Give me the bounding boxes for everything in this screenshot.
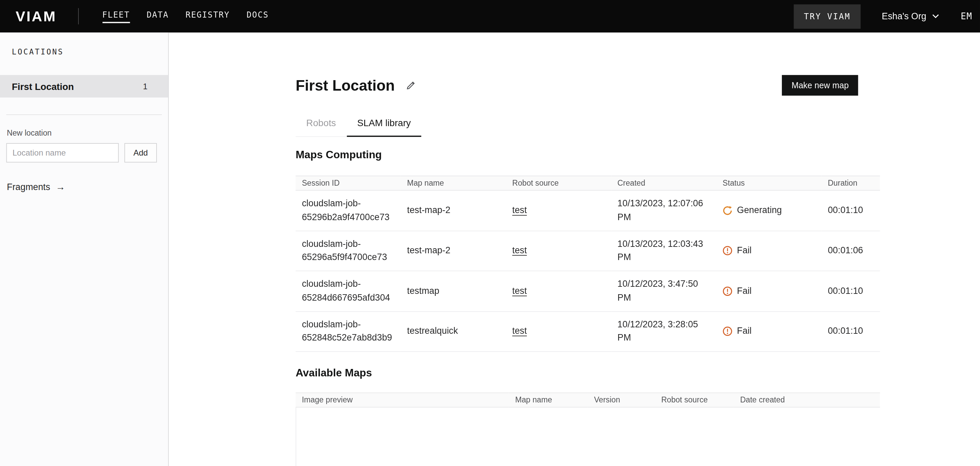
fail-icon [723,326,733,337]
fragments-label: Fragments [7,181,50,192]
nav-fleet[interactable]: FLEET [102,10,130,23]
fail-icon [723,286,733,296]
created-cell: 10/12/2023, 3:47:50 PM [611,271,716,311]
make-new-map-button[interactable]: Make new map [782,75,858,96]
table-header-row: Image preview Map name Version Robot sou… [296,393,880,407]
chevron-down-icon [932,14,939,19]
new-location-label: New location [7,129,168,138]
topbar-divider [78,8,78,24]
column-header-session-id: Session ID [296,176,401,190]
table-row: cloudslam-job-652848c52e7ab8d3b9 testrea… [296,311,880,351]
session-id-cell: cloudslam-job-652848c52e7ab8d3b9 [296,311,401,351]
robot-source-link[interactable]: test [512,285,527,296]
available-maps-empty [296,407,880,466]
app-window: VIAM FLEET DATA REGISTRY DOCS TRY VIAM E… [0,0,980,466]
column-header-duration: Duration [821,176,880,190]
column-header-version: Version [588,393,655,407]
status-label: Fail [737,285,751,298]
table-row: cloudslam-job-65284d667695afd304 testmap… [296,271,880,311]
column-header-status: Status [716,176,821,190]
robot-source-link[interactable]: test [512,326,527,336]
created-cell: 10/12/2023, 3:28:05 PM [611,311,716,351]
column-header-robot-source: Robot source [506,176,611,190]
nav-data[interactable]: DATA [147,10,169,23]
new-location-form: Add [6,143,162,162]
primary-nav: FLEET DATA REGISTRY DOCS [102,10,269,23]
sidebar: LOCATIONS First Location 1 New location … [0,32,169,466]
status-label: Generating [737,204,782,217]
session-id-cell: cloudslam-job-65296b2a9f4700ce73 [296,190,401,231]
map-name-cell: testrealquick [401,311,506,351]
topbar-right-group: TRY VIAM Esha's Org EM [794,4,980,29]
robot-source-link[interactable]: test [512,205,527,215]
column-header-date-created: Date created [734,393,880,407]
table-row: cloudslam-job-65296a5f9f4700ce73 test-ma… [296,231,880,271]
tab-robots[interactable]: Robots [296,114,347,137]
duration-cell: 00:01:06 [821,231,880,271]
duration-cell: 00:01:10 [821,271,880,311]
nav-registry[interactable]: REGISTRY [186,10,230,23]
column-header-created: Created [611,176,716,190]
user-menu[interactable]: EM [961,11,972,21]
column-header-map-name: Map name [401,176,506,190]
available-maps-heading: Available Maps [296,366,880,380]
sidebar-divider [6,114,162,115]
created-cell: 10/13/2023, 12:07:06 PM [611,190,716,231]
tab-bar: Robots SLAM library [296,114,422,137]
column-header-map-name: Map name [509,393,588,407]
duration-cell: 00:01:10 [821,311,880,351]
duration-cell: 00:01:10 [821,190,880,231]
org-name: Esha's Org [882,11,927,21]
status-badge: Fail [723,244,815,258]
add-location-button[interactable]: Add [124,143,157,162]
sidebar-item-first-location[interactable]: First Location 1 [0,75,168,98]
location-name-input[interactable] [6,143,119,162]
arrow-right-icon: → [56,181,65,192]
nav-docs[interactable]: DOCS [247,10,269,23]
robot-source-link[interactable]: test [512,245,527,255]
table-row: cloudslam-job-65296b2a9f4700ce73 test-ma… [296,190,880,231]
session-id-cell: cloudslam-job-65296a5f9f4700ce73 [296,231,401,271]
column-header-image-preview: Image preview [296,393,509,407]
status-label: Fail [737,244,751,258]
viam-logo[interactable]: VIAM [16,8,56,25]
table-header-row: Session ID Map name Robot source Created… [296,176,880,190]
column-header-robot-source: Robot source [655,393,734,407]
status-badge: Fail [723,285,815,298]
fragments-link[interactable]: Fragments → [7,181,65,192]
locations-heading: LOCATIONS [0,32,168,56]
generating-icon [723,205,733,216]
map-name-cell: testmap [401,271,506,311]
edit-title-icon[interactable] [406,80,415,90]
tab-slam-library[interactable]: SLAM library [347,114,422,137]
status-badge: Fail [723,324,815,338]
map-name-cell: test-map-2 [401,190,506,231]
maps-computing-heading: Maps Computing [296,148,880,162]
session-id-cell: cloudslam-job-65284d667695afd304 [296,271,401,311]
map-name-cell: test-map-2 [401,231,506,271]
fail-icon [723,246,733,256]
main-content: First Location Make new map Robots SLAM … [169,32,980,466]
try-viam-button[interactable]: TRY VIAM [794,4,861,29]
status-badge: Generating [723,204,815,217]
location-name: First Location [12,81,74,91]
org-menu[interactable]: Esha's Org [882,11,940,21]
available-maps-table: Image preview Map name Version Robot sou… [296,393,880,407]
title-row: First Location Make new map [296,75,880,96]
top-nav-bar: VIAM FLEET DATA REGISTRY DOCS TRY VIAM E… [0,0,980,32]
created-cell: 10/13/2023, 12:03:43 PM [611,231,716,271]
status-label: Fail [737,324,751,338]
location-count-badge: 1 [143,81,148,91]
maps-computing-table: Session ID Map name Robot source Created… [296,175,880,352]
page-title: First Location [296,75,395,96]
